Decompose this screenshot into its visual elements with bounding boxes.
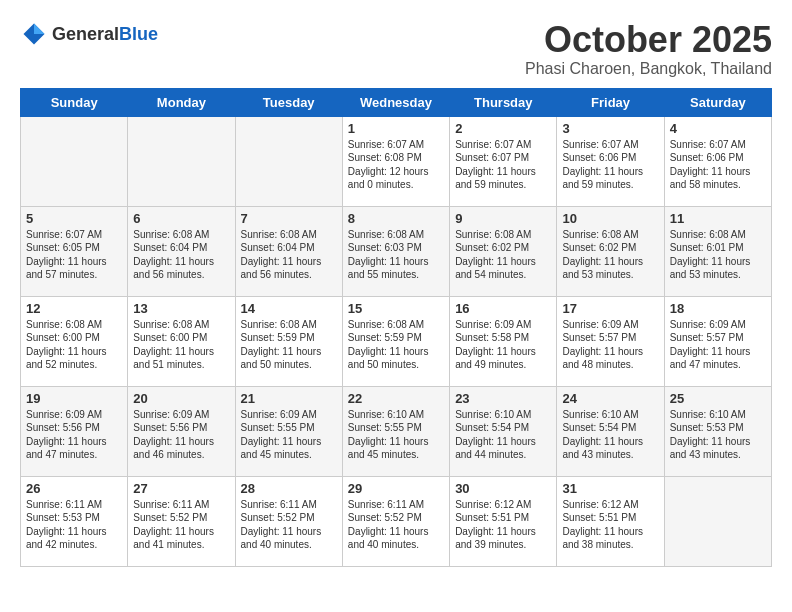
calendar-cell: 19Sunrise: 6:09 AMSunset: 5:56 PMDayligh… [21,386,128,476]
day-number: 21 [241,391,337,406]
calendar-week-row: 5Sunrise: 6:07 AMSunset: 6:05 PMDaylight… [21,206,772,296]
calendar-week-row: 26Sunrise: 6:11 AMSunset: 5:53 PMDayligh… [21,476,772,566]
calendar-cell: 26Sunrise: 6:11 AMSunset: 5:53 PMDayligh… [21,476,128,566]
weekday-header-row: SundayMondayTuesdayWednesdayThursdayFrid… [21,88,772,116]
logo-icon [20,20,48,48]
calendar-cell: 27Sunrise: 6:11 AMSunset: 5:52 PMDayligh… [128,476,235,566]
weekday-header: Friday [557,88,664,116]
day-number: 30 [455,481,551,496]
day-number: 29 [348,481,444,496]
day-info: Sunrise: 6:10 AMSunset: 5:53 PMDaylight:… [670,408,766,462]
day-number: 11 [670,211,766,226]
day-number: 15 [348,301,444,316]
calendar-cell: 29Sunrise: 6:11 AMSunset: 5:52 PMDayligh… [342,476,449,566]
calendar-cell: 31Sunrise: 6:12 AMSunset: 5:51 PMDayligh… [557,476,664,566]
calendar-table: SundayMondayTuesdayWednesdayThursdayFrid… [20,88,772,567]
day-number: 8 [348,211,444,226]
calendar-cell: 2Sunrise: 6:07 AMSunset: 6:07 PMDaylight… [450,116,557,206]
calendar-cell: 30Sunrise: 6:12 AMSunset: 5:51 PMDayligh… [450,476,557,566]
day-info: Sunrise: 6:08 AMSunset: 6:02 PMDaylight:… [455,228,551,282]
day-info: Sunrise: 6:08 AMSunset: 6:00 PMDaylight:… [26,318,122,372]
day-number: 9 [455,211,551,226]
day-number: 26 [26,481,122,496]
calendar-cell: 1Sunrise: 6:07 AMSunset: 6:08 PMDaylight… [342,116,449,206]
day-info: Sunrise: 6:08 AMSunset: 6:00 PMDaylight:… [133,318,229,372]
day-number: 24 [562,391,658,406]
day-number: 18 [670,301,766,316]
page-header: GeneralBlue October 2025 Phasi Charoen, … [20,20,772,78]
calendar-cell: 15Sunrise: 6:08 AMSunset: 5:59 PMDayligh… [342,296,449,386]
calendar-cell: 18Sunrise: 6:09 AMSunset: 5:57 PMDayligh… [664,296,771,386]
day-info: Sunrise: 6:11 AMSunset: 5:53 PMDaylight:… [26,498,122,552]
logo-text-general: General [52,24,119,44]
day-info: Sunrise: 6:10 AMSunset: 5:54 PMDaylight:… [562,408,658,462]
day-info: Sunrise: 6:11 AMSunset: 5:52 PMDaylight:… [241,498,337,552]
calendar-cell: 5Sunrise: 6:07 AMSunset: 6:05 PMDaylight… [21,206,128,296]
day-number: 2 [455,121,551,136]
day-number: 1 [348,121,444,136]
calendar-cell: 10Sunrise: 6:08 AMSunset: 6:02 PMDayligh… [557,206,664,296]
day-info: Sunrise: 6:07 AMSunset: 6:06 PMDaylight:… [670,138,766,192]
calendar-cell: 11Sunrise: 6:08 AMSunset: 6:01 PMDayligh… [664,206,771,296]
day-info: Sunrise: 6:08 AMSunset: 5:59 PMDaylight:… [348,318,444,372]
day-info: Sunrise: 6:08 AMSunset: 6:02 PMDaylight:… [562,228,658,282]
day-number: 27 [133,481,229,496]
calendar-week-row: 12Sunrise: 6:08 AMSunset: 6:00 PMDayligh… [21,296,772,386]
day-info: Sunrise: 6:08 AMSunset: 6:01 PMDaylight:… [670,228,766,282]
logo: GeneralBlue [20,20,158,48]
day-info: Sunrise: 6:09 AMSunset: 5:56 PMDaylight:… [133,408,229,462]
day-number: 31 [562,481,658,496]
day-number: 4 [670,121,766,136]
calendar-cell: 25Sunrise: 6:10 AMSunset: 5:53 PMDayligh… [664,386,771,476]
day-info: Sunrise: 6:07 AMSunset: 6:06 PMDaylight:… [562,138,658,192]
day-info: Sunrise: 6:08 AMSunset: 5:59 PMDaylight:… [241,318,337,372]
calendar-cell: 3Sunrise: 6:07 AMSunset: 6:06 PMDaylight… [557,116,664,206]
day-info: Sunrise: 6:08 AMSunset: 6:04 PMDaylight:… [133,228,229,282]
day-number: 5 [26,211,122,226]
day-info: Sunrise: 6:08 AMSunset: 6:04 PMDaylight:… [241,228,337,282]
calendar-cell: 4Sunrise: 6:07 AMSunset: 6:06 PMDaylight… [664,116,771,206]
day-number: 28 [241,481,337,496]
calendar-cell [235,116,342,206]
day-info: Sunrise: 6:09 AMSunset: 5:58 PMDaylight:… [455,318,551,372]
calendar-cell: 13Sunrise: 6:08 AMSunset: 6:00 PMDayligh… [128,296,235,386]
day-number: 7 [241,211,337,226]
day-info: Sunrise: 6:09 AMSunset: 5:55 PMDaylight:… [241,408,337,462]
calendar-cell: 12Sunrise: 6:08 AMSunset: 6:00 PMDayligh… [21,296,128,386]
calendar-cell: 24Sunrise: 6:10 AMSunset: 5:54 PMDayligh… [557,386,664,476]
calendar-cell: 7Sunrise: 6:08 AMSunset: 6:04 PMDaylight… [235,206,342,296]
day-number: 25 [670,391,766,406]
day-number: 13 [133,301,229,316]
logo-text-blue: Blue [119,24,158,44]
calendar-cell: 9Sunrise: 6:08 AMSunset: 6:02 PMDaylight… [450,206,557,296]
calendar-cell [664,476,771,566]
day-info: Sunrise: 6:09 AMSunset: 5:57 PMDaylight:… [562,318,658,372]
day-number: 22 [348,391,444,406]
day-number: 16 [455,301,551,316]
calendar-cell: 6Sunrise: 6:08 AMSunset: 6:04 PMDaylight… [128,206,235,296]
svg-marker-1 [34,24,45,35]
calendar-cell: 23Sunrise: 6:10 AMSunset: 5:54 PMDayligh… [450,386,557,476]
day-info: Sunrise: 6:11 AMSunset: 5:52 PMDaylight:… [348,498,444,552]
day-info: Sunrise: 6:10 AMSunset: 5:54 PMDaylight:… [455,408,551,462]
day-info: Sunrise: 6:10 AMSunset: 5:55 PMDaylight:… [348,408,444,462]
day-info: Sunrise: 6:09 AMSunset: 5:56 PMDaylight:… [26,408,122,462]
day-number: 3 [562,121,658,136]
calendar-week-row: 1Sunrise: 6:07 AMSunset: 6:08 PMDaylight… [21,116,772,206]
calendar-cell: 8Sunrise: 6:08 AMSunset: 6:03 PMDaylight… [342,206,449,296]
location-title: Phasi Charoen, Bangkok, Thailand [525,60,772,78]
day-number: 6 [133,211,229,226]
day-number: 14 [241,301,337,316]
day-number: 20 [133,391,229,406]
day-info: Sunrise: 6:07 AMSunset: 6:08 PMDaylight:… [348,138,444,192]
day-info: Sunrise: 6:07 AMSunset: 6:05 PMDaylight:… [26,228,122,282]
day-info: Sunrise: 6:12 AMSunset: 5:51 PMDaylight:… [455,498,551,552]
month-title: October 2025 [525,20,772,60]
calendar-cell [21,116,128,206]
weekday-header: Wednesday [342,88,449,116]
calendar-cell: 28Sunrise: 6:11 AMSunset: 5:52 PMDayligh… [235,476,342,566]
weekday-header: Thursday [450,88,557,116]
calendar-cell: 22Sunrise: 6:10 AMSunset: 5:55 PMDayligh… [342,386,449,476]
calendar-cell: 14Sunrise: 6:08 AMSunset: 5:59 PMDayligh… [235,296,342,386]
title-block: October 2025 Phasi Charoen, Bangkok, Tha… [525,20,772,78]
